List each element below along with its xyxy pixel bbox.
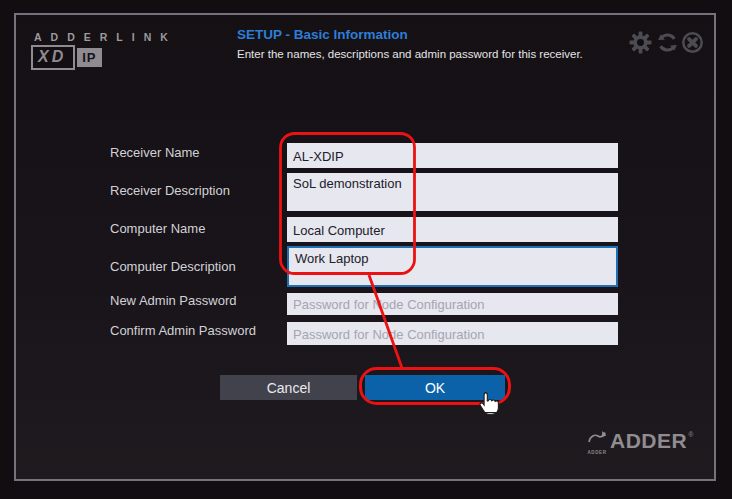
receiver-name-field[interactable] xyxy=(287,143,618,168)
xdip-logo: XD IP xyxy=(31,45,102,69)
refresh-icon[interactable] xyxy=(656,31,679,54)
adderlink-logo: ADDERLINK xyxy=(34,31,177,43)
settings-gear-icon[interactable] xyxy=(629,31,652,54)
new-admin-password-label: New Admin Password xyxy=(110,293,236,308)
receiver-description-label: Receiver Description xyxy=(110,183,230,198)
xdip-logo-xd: XD xyxy=(31,45,75,70)
confirm-admin-password-field[interactable] xyxy=(287,322,618,345)
receiver-name-label: Receiver Name xyxy=(110,145,200,160)
adder-footer-logo: ADDER ADDER ® xyxy=(586,429,693,455)
computer-description-label: Computer Description xyxy=(110,259,236,274)
cancel-button[interactable]: Cancel xyxy=(220,375,357,400)
adder-emblem-text: ADDER xyxy=(586,450,608,455)
adder-viper-icon: ADDER xyxy=(586,430,608,455)
computer-name-field[interactable] xyxy=(287,217,618,242)
page-title: SETUP - Basic Information xyxy=(237,27,408,42)
receiver-description-field[interactable]: SoL demonstration xyxy=(287,173,618,211)
computer-description-field[interactable]: Work Laptop xyxy=(287,246,618,287)
new-admin-password-field[interactable] xyxy=(287,293,618,315)
ok-button[interactable]: OK xyxy=(365,375,505,400)
computer-name-label: Computer Name xyxy=(110,221,205,236)
page-subtitle: Enter the names, descriptions and admin … xyxy=(237,47,585,63)
close-icon[interactable] xyxy=(681,31,704,54)
registered-mark: ® xyxy=(688,431,693,438)
xdip-logo-ip: IP xyxy=(77,48,101,67)
confirm-admin-password-label: Confirm Admin Password xyxy=(110,323,256,338)
adder-logo-text: ADDER xyxy=(610,429,687,453)
